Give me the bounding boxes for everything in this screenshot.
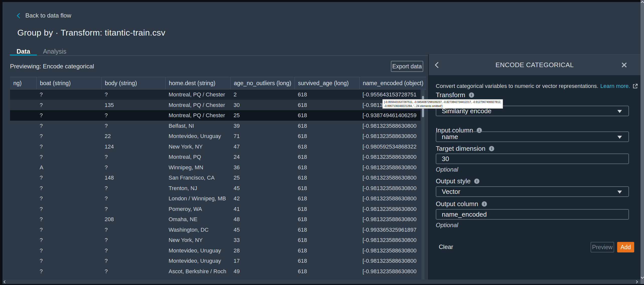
table-cell: [-0.981323588630800 <box>359 173 420 183</box>
table-cell: ? <box>36 214 101 225</box>
column-header[interactable]: boat (string) <box>36 77 101 89</box>
scroll-up-icon[interactable] <box>641 1 644 4</box>
table-row[interactable]: ?22Montevideo, Uruguay71618[-0.981323588… <box>10 131 420 141</box>
table-cell: Montevideo, Uruguay <box>165 256 230 266</box>
table-row[interactable]: ??Trenton, NJ45618[-0.981323588630800 <box>10 183 420 194</box>
info-icon[interactable] <box>469 92 474 98</box>
table-cell: ? <box>101 162 165 173</box>
export-data-button[interactable]: Export data <box>391 61 423 72</box>
table-cell: 618 <box>295 121 359 131</box>
table-cell: ? <box>36 89 101 100</box>
tab-analysis[interactable]: Analysis <box>40 47 69 56</box>
table-cell: ? <box>36 204 101 214</box>
table-cell <box>10 100 36 110</box>
table-row[interactable]: ??Washington, DC45618[-0.993365325961897 <box>10 225 420 235</box>
close-icon[interactable] <box>620 61 627 68</box>
table-cell: [-0.981323588630800 <box>359 121 420 131</box>
table-row[interactable]: ?208Omaha, NE48618[-0.981323588630800 <box>10 214 420 225</box>
table-cell: 618 <box>295 276 359 279</box>
column-header[interactable]: home.dest (string) <box>165 77 230 89</box>
table-cell: 30 <box>230 100 295 110</box>
table-cell: [-0.981323588630800 <box>359 204 420 214</box>
table-cell: Montreal, PQ <box>165 152 230 162</box>
table-row[interactable]: ??Montevideo, Uruguay28618[-0.9813235886… <box>10 245 420 256</box>
page-vertical-scrollbar[interactable] <box>640 0 644 285</box>
table-cell: 49 <box>230 266 295 277</box>
column-header[interactable]: ng) <box>10 77 36 89</box>
table-cell: ? <box>101 225 165 235</box>
clear-button[interactable]: Clear <box>439 243 453 250</box>
table-cell: 22 <box>101 131 165 141</box>
table-cell: ? <box>101 235 165 245</box>
table-cell: 124 <box>101 141 165 152</box>
info-icon[interactable] <box>474 179 479 184</box>
output-column-input[interactable]: name_encoded <box>436 209 629 220</box>
table-cell: 33 <box>230 235 295 245</box>
table-cell: [-0.981323588630800 <box>359 152 420 162</box>
table-cell: San Francisco, CA <box>165 173 230 183</box>
table-row[interactable]: ??Pomeroy, WA41618[-0.981323588630800 <box>10 204 420 214</box>
table-row[interactable]: ??New York, NY33618[-0.981323588630800 <box>10 235 420 245</box>
table-cell: 25 <box>230 173 295 183</box>
target-dimension-input[interactable]: 30 <box>436 154 629 164</box>
table-cell: 618 <box>295 225 359 235</box>
tab-data[interactable]: Data <box>10 47 37 56</box>
table-cell <box>10 204 36 214</box>
table-cell: ? <box>36 183 101 194</box>
table-cell: Montevideo, Uruguay <box>165 245 230 256</box>
table-cell: Montevideo, Uruguay <box>165 131 230 141</box>
panel-description: Convert categorical variables to numeric… <box>436 82 634 90</box>
optional-label: Optional <box>436 166 458 173</box>
info-icon[interactable] <box>482 201 487 207</box>
table-cell: Montreal, PQ / Chester <box>165 100 230 110</box>
table-cell: 39 <box>230 121 295 131</box>
table-row[interactable]: ?172Little Onn Hall, Staffs36618[-0.9933… <box>10 276 420 279</box>
column-header[interactable]: body (string) <box>101 77 165 89</box>
table-row[interactable]: ??Montevideo, Uruguay17618[-0.9813235886… <box>10 256 420 266</box>
scroll-left-icon[interactable] <box>4 280 7 283</box>
horizontal-scrollbar[interactable] <box>3 279 640 284</box>
table-cell: 618 <box>295 131 359 141</box>
table-row[interactable]: ??Montreal, PQ / Chester2618[-0.95564315… <box>10 89 420 100</box>
output-style-select[interactable]: Vector <box>436 186 629 197</box>
scroll-down-icon[interactable] <box>641 275 644 279</box>
table-cell: 28 <box>230 245 295 256</box>
table-cell <box>10 152 36 162</box>
table-cell: 2 <box>230 89 295 100</box>
table-row[interactable]: ?124New York, NY47618[-0.980592534868322 <box>10 141 420 152</box>
table-row[interactable]: ??Montreal, PQ24618[-0.981323588630800 <box>10 152 420 162</box>
table-cell: ? <box>101 266 165 277</box>
preview-button[interactable]: Preview <box>591 242 614 252</box>
table-cell: Washington, DC <box>165 225 230 235</box>
table-row[interactable]: ??Belfast, NI39618[-0.981323588630800 <box>10 121 420 131</box>
external-link-icon <box>632 83 638 89</box>
table-cell: 135 <box>101 100 165 110</box>
learn-more-link[interactable]: Learn more. <box>600 82 630 90</box>
table-cell: [-0.981323588630800 <box>359 193 420 204</box>
table-cell: 618 <box>295 193 359 204</box>
info-icon[interactable] <box>489 146 494 151</box>
table-cell: ? <box>101 183 165 194</box>
table-cell <box>10 214 36 225</box>
table-row[interactable]: ??London / Winnipeg, MB42618[-0.98132358… <box>10 193 420 204</box>
table-cell: [-0.981323588630800 <box>359 183 420 194</box>
table-row[interactable]: ??Ascot, Berkshire / Roch49618[-0.981323… <box>10 266 420 277</box>
table-cell: New York, NY <box>165 141 230 152</box>
back-to-data-flow-link[interactable]: Back to data flow <box>18 12 71 19</box>
table-cell: ? <box>36 131 101 141</box>
table-vertical-scrollbar-track[interactable] <box>421 90 424 279</box>
column-header[interactable]: age_no_outliers (long) <box>230 77 295 89</box>
add-button[interactable]: Add <box>617 242 634 252</box>
table-row[interactable]: ?148San Francisco, CA25618[-0.9813235886… <box>10 173 420 183</box>
page-title: Group by · Transform: titantic-train.csv <box>17 28 165 38</box>
column-header[interactable]: name_encoded (object) <box>359 77 420 89</box>
scroll-right-icon[interactable] <box>635 280 638 283</box>
table-cell <box>10 225 36 235</box>
input-column-select[interactable]: name <box>436 131 629 142</box>
column-header[interactable]: survived_age (long) <box>295 77 359 89</box>
table-row[interactable]: ?135Montreal, PQ / Chester30618[-0.98132… <box>10 100 420 110</box>
optional-label: Optional <box>436 222 458 229</box>
table-cell: ? <box>36 245 101 256</box>
table-row[interactable]: ??Montreal, PQ / Chester25618[-0.9387494… <box>10 110 420 121</box>
table-row[interactable]: A?Winnipeg, MN36618[-0.981323588630800 <box>10 162 420 173</box>
